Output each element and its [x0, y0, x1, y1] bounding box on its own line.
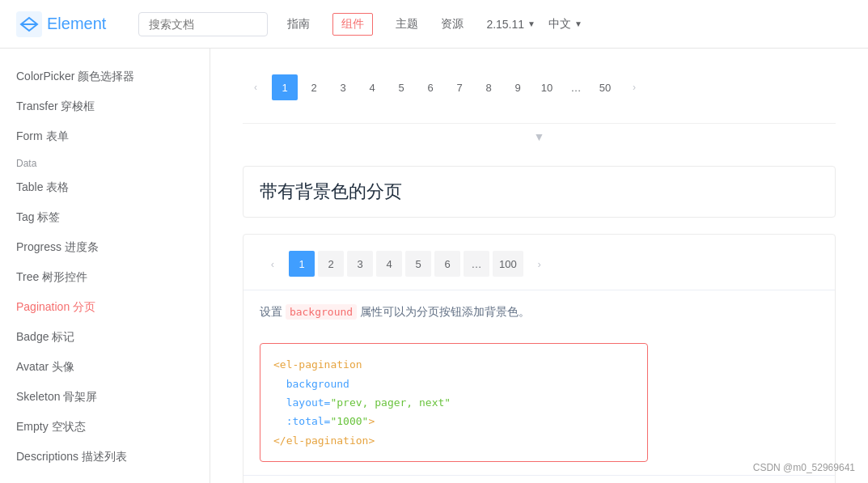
desc-suffix: 属性可以为分页按钮添加背景色。	[357, 305, 530, 318]
demo-box: ‹ 1 2 3 4 5 6 … 100 › 设置 background 属性可以…	[243, 234, 836, 483]
demo-next-btn[interactable]: ›	[527, 251, 553, 277]
page-btn-4[interactable]: 4	[359, 74, 385, 100]
desc-prefix: 设置	[260, 305, 286, 318]
page-btn-ellipsis[interactable]: …	[563, 74, 589, 100]
top-pagination-bar: ‹ 1 2 3 4 5 6 7 8 9 10 … 50 ›	[243, 65, 836, 110]
sidebar-item-empty[interactable]: Empty 空状态	[0, 412, 210, 442]
nav-link-guide[interactable]: 指南	[287, 17, 310, 32]
language-selector[interactable]: 中文 ▼	[548, 17, 582, 32]
code-footer: ▲ 隐藏代码 在线运行	[243, 475, 835, 483]
main-content: ‹ 1 2 3 4 5 6 7 8 9 10 … 50 › ▼ 带有背景色的分页	[210, 49, 868, 483]
sidebar-item-pagination[interactable]: Pagination 分页	[0, 292, 210, 322]
sidebar-item-transfer[interactable]: Transfer 穿梭框	[0, 91, 210, 121]
section-header: 带有背景色的分页	[243, 166, 836, 218]
page-btn-2[interactable]: 2	[301, 74, 327, 100]
sidebar-item-tree[interactable]: Tree 树形控件	[0, 262, 210, 292]
code-line-4: :total="1000">	[273, 412, 634, 430]
nav-link-components[interactable]: 组件	[332, 13, 373, 36]
desc-keyword: background	[286, 304, 357, 320]
sidebar-item-table[interactable]: Table 表格	[0, 172, 210, 202]
page-btn-8[interactable]: 8	[476, 74, 502, 100]
sidebar-item-badge[interactable]: Badge 标记	[0, 322, 210, 352]
sidebar-item-colorpicker[interactable]: ColorPicker 颜色选择器	[0, 61, 210, 91]
chevron-down-icon: ▼	[527, 19, 536, 28]
nav-link-theme[interactable]: 主题	[396, 17, 418, 32]
demo-prev-btn[interactable]: ‹	[260, 251, 286, 277]
sidebar-item-avatar[interactable]: Avatar 头像	[0, 352, 210, 382]
nav-link-resources[interactable]: 资源	[441, 17, 464, 32]
logo-text: Element	[47, 15, 106, 33]
page-btn-9[interactable]: 9	[505, 74, 531, 100]
demo-page-4[interactable]: 4	[376, 251, 402, 277]
demo-description: 设置 background 属性可以为分页按钮添加背景色。	[243, 290, 835, 333]
sidebar-item-form[interactable]: Form 表单	[0, 121, 210, 151]
page-btn-5[interactable]: 5	[388, 74, 414, 100]
demo-page-1[interactable]: 1	[289, 251, 315, 277]
code-line-2: background	[273, 375, 634, 393]
top-nav: Element 指南 组件 主题 资源 2.15.11 ▼ 中文 ▼	[0, 0, 868, 49]
logo: Element	[16, 11, 106, 37]
demo-page-6[interactable]: 6	[434, 251, 460, 277]
search-input[interactable]	[138, 12, 268, 36]
sidebar-section-data: Data	[0, 151, 210, 172]
sidebar-item-descriptions[interactable]: Descriptions 描述列表	[0, 442, 210, 472]
prev-page-btn[interactable]: ‹	[243, 74, 269, 100]
version-selector[interactable]: 2.15.11 ▼	[486, 18, 536, 31]
next-page-btn[interactable]: ›	[621, 74, 647, 100]
watermark: CSDN @m0_52969641	[753, 462, 855, 473]
code-line-3: layout="prev, pager, next"	[273, 393, 634, 412]
code-line-1: <el-pagination	[273, 355, 634, 374]
sidebar-item-progress[interactable]: Progress 进度条	[0, 232, 210, 262]
demo-page-3[interactable]: 3	[347, 251, 373, 277]
nav-links: 指南 组件 主题 资源	[287, 13, 464, 36]
main-layout: ColorPicker 颜色选择器 Transfer 穿梭框 Form 表单 D…	[0, 49, 868, 483]
sidebar: ColorPicker 颜色选择器 Transfer 穿梭框 Form 表单 D…	[0, 49, 210, 483]
sidebar-item-tag[interactable]: Tag 标签	[0, 202, 210, 232]
demo-page-2[interactable]: 2	[318, 251, 344, 277]
dropdown-arrow-icon[interactable]: ▼	[534, 130, 545, 143]
demo-pagination-row: ‹ 1 2 3 4 5 6 … 100 ›	[243, 235, 835, 290]
demo-page-5[interactable]: 5	[405, 251, 431, 277]
page-btn-3[interactable]: 3	[330, 74, 356, 100]
page-btn-10[interactable]: 10	[534, 74, 560, 100]
page-btn-6[interactable]: 6	[417, 74, 443, 100]
demo-page-100[interactable]: 100	[493, 251, 523, 277]
element-logo-icon	[16, 11, 42, 37]
page-btn-50[interactable]: 50	[592, 74, 618, 100]
section-title: 带有背景色的分页	[260, 180, 819, 204]
dropdown-row: ▼	[243, 123, 836, 150]
demo-page-ellipsis[interactable]: …	[464, 251, 489, 277]
code-block: <el-pagination background layout="prev, …	[260, 343, 648, 462]
sidebar-item-skeleton[interactable]: Skeleton 骨架屏	[0, 382, 210, 412]
code-line-5: </el-pagination>	[273, 431, 634, 450]
nav-right: 2.15.11 ▼ 中文 ▼	[486, 17, 582, 32]
page-btn-1[interactable]: 1	[272, 74, 298, 100]
chevron-down-icon: ▼	[574, 19, 582, 28]
page-btn-7[interactable]: 7	[447, 74, 472, 100]
